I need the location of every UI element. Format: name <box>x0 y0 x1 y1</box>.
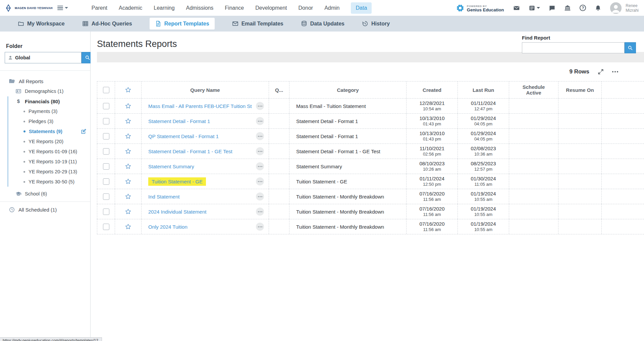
column-header-resume-on[interactable]: Resume On <box>566 87 594 93</box>
tree-item-label: All Reports <box>19 78 43 84</box>
find-report-input[interactable] <box>522 42 625 53</box>
table-options-menu-button[interactable] <box>612 71 618 72</box>
favorite-star-icon[interactable] <box>125 87 131 93</box>
row-checkbox[interactable] <box>103 224 109 230</box>
select-all-checkbox[interactable] <box>103 87 109 93</box>
tree-school[interactable]: School (6) <box>0 189 90 199</box>
table-row: Mass Email - All Parents FEB-UCEF Tuitio… <box>97 99 644 114</box>
row-checkbox[interactable] <box>103 209 109 215</box>
favorite-star-icon[interactable] <box>125 148 131 155</box>
tab-ad-hoc-queries[interactable]: Ad-Hoc Queries <box>82 20 132 27</box>
tree-financials[interactable]: Financials (80) <box>0 96 90 106</box>
query-name-link[interactable]: Ind Statement <box>148 194 256 200</box>
query-name-link[interactable]: QP Statement Detail - Format 1 <box>148 133 256 139</box>
find-report-search-button[interactable] <box>625 42 636 53</box>
tree-ye-reports-10-19[interactable]: YE Reports 10-19 (11) <box>0 157 90 167</box>
row-checkbox[interactable] <box>103 163 109 170</box>
column-header-last-run[interactable]: Last Run <box>473 87 494 93</box>
favorite-star-icon[interactable] <box>125 178 131 185</box>
help-icon[interactable] <box>580 5 586 11</box>
notifications-bell-icon[interactable] <box>595 5 601 11</box>
tree-demographics[interactable]: Demographics (1) <box>0 86 90 96</box>
tree-statements[interactable]: Statements (9) <box>0 126 90 136</box>
tree-item-label: YE Reports 20-29 (13) <box>29 169 77 174</box>
topnav-right-cluster: POWERED BY Genius Education Renee Mizrah… <box>456 2 639 14</box>
row-menu-button[interactable] <box>256 162 264 170</box>
favorite-star-icon[interactable] <box>125 118 131 124</box>
row-menu-button[interactable] <box>256 147 264 155</box>
tree-ye-reports-01-09[interactable]: YE Reports 01-09 (16) <box>0 147 90 157</box>
row-menu-button[interactable] <box>256 208 264 216</box>
tab-data-updates[interactable]: Data Updates <box>301 20 344 27</box>
nav-finance[interactable]: Finance <box>225 5 244 11</box>
bullet-icon <box>23 161 25 163</box>
nav-learning[interactable]: Learning <box>154 5 174 11</box>
column-header-created[interactable]: Created <box>423 87 441 93</box>
institution-icon[interactable] <box>564 5 571 11</box>
row-checkbox[interactable] <box>103 118 109 124</box>
query-name-link[interactable]: Mass Email - All Parents FEB-UCEF Tuitio… <box>148 103 256 109</box>
expand-table-button[interactable] <box>597 68 604 75</box>
tree-all-reports[interactable]: All Reports <box>0 76 90 86</box>
created-date: 10/13/2010 <box>407 130 458 136</box>
tab-history[interactable]: History <box>362 20 390 27</box>
tab-report-templates[interactable]: Report Templates <box>150 18 215 30</box>
row-checkbox[interactable] <box>103 148 109 155</box>
query-name-link[interactable]: Statement Summary <box>148 164 256 169</box>
query-name-link[interactable]: Statement Detail - Format 1 <box>148 118 256 124</box>
tree-pledges[interactable]: Pledges (3) <box>0 116 90 126</box>
favorite-star-icon[interactable] <box>125 163 131 170</box>
favorite-star-icon[interactable] <box>125 193 131 200</box>
tree-ye-reports-20-29[interactable]: YE Reports 20-29 (13) <box>0 167 90 177</box>
row-checkbox[interactable] <box>103 103 109 109</box>
nav-admin[interactable]: Admin <box>324 5 339 11</box>
column-header-schedule-active[interactable]: Schedule Active <box>517 84 550 96</box>
row-menu-button[interactable] <box>256 192 264 201</box>
row-menu-button[interactable] <box>256 223 264 231</box>
tree-payments[interactable]: Payments (3) <box>0 106 90 116</box>
column-header-category[interactable]: Category <box>337 87 359 93</box>
nav-donor[interactable]: Donor <box>299 5 313 11</box>
favorite-star-icon[interactable] <box>125 223 131 230</box>
find-report-label: Find Report <box>522 35 636 41</box>
row-checkbox[interactable] <box>103 178 109 185</box>
row-checkbox[interactable] <box>103 193 109 200</box>
row-menu-button[interactable] <box>256 177 264 185</box>
tab-my-workspace[interactable]: My Workspace <box>18 20 65 27</box>
nav-data[interactable]: Data <box>351 2 372 14</box>
row-checkbox[interactable] <box>103 133 109 139</box>
table-row: 2024 Individual Statement Tuition Statem… <box>97 204 644 219</box>
tree-ye-reports[interactable]: YE Reports (20) <box>0 136 90 147</box>
created-date: 01/11/2024 <box>407 176 458 181</box>
news-feed-dropdown[interactable] <box>529 5 540 11</box>
tree-all-scheduled[interactable]: All Scheduled (1) <box>0 205 90 215</box>
query-name-link[interactable]: Statement Detail - Format 1 - GE Test <box>148 149 256 154</box>
star-of-david-icon <box>4 4 13 12</box>
row-menu-button[interactable] <box>256 132 264 140</box>
column-header-q[interactable]: Q... <box>275 87 283 93</box>
nav-development[interactable]: Development <box>255 5 287 11</box>
bullet-icon <box>23 141 25 143</box>
row-menu-button[interactable] <box>256 102 264 110</box>
query-name-link[interactable]: Only 2024 Tuition <box>148 224 256 230</box>
last-run-date: 08/25/2023 <box>458 161 509 166</box>
mail-icon[interactable] <box>513 5 520 11</box>
tree-ye-reports-30-50[interactable]: YE Reports 30-50 (5) <box>0 177 90 187</box>
nav-academic[interactable]: Academic <box>119 5 142 11</box>
query-name-link-highlighted[interactable]: Tuition Statement - GE <box>148 177 206 186</box>
favorite-star-icon[interactable] <box>125 103 131 109</box>
nav-parent[interactable]: Parent <box>92 5 107 11</box>
nav-admissions[interactable]: Admissions <box>186 5 214 11</box>
hamburger-menu-button[interactable] <box>57 6 68 10</box>
row-menu-button[interactable] <box>256 117 264 125</box>
folder-search-input[interactable] <box>15 55 81 60</box>
favorite-star-icon[interactable] <box>125 208 131 215</box>
tab-email-templates[interactable]: Email Templates <box>232 20 283 27</box>
user-avatar[interactable] <box>610 2 622 14</box>
query-name-link[interactable]: 2024 Individual Statement <box>148 209 256 215</box>
favorite-star-icon[interactable] <box>125 133 131 139</box>
column-header-query-name[interactable]: Query Name <box>190 87 220 93</box>
chat-icon[interactable] <box>549 5 555 11</box>
school-logo[interactable]: MAGEN DAVID YESHIVAH <box>4 4 53 12</box>
edit-folder-icon[interactable] <box>80 128 87 136</box>
